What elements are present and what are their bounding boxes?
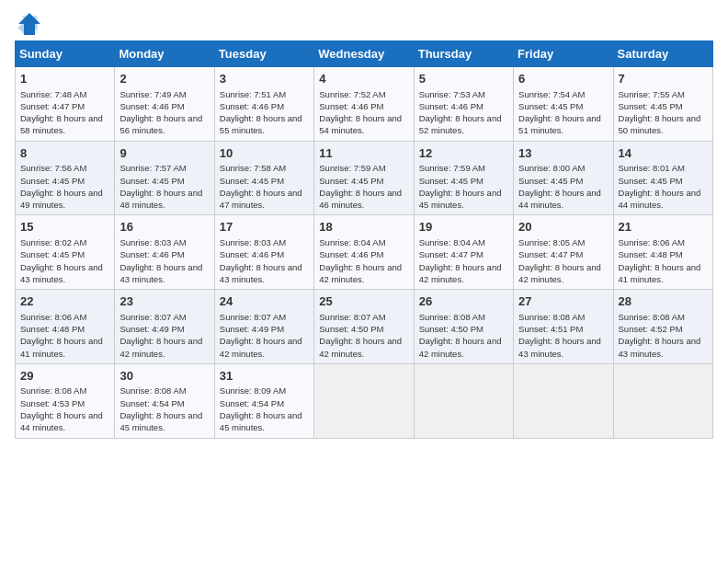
day-detail: Sunrise: 8:06 AMSunset: 4:48 PMDaylight:… (619, 236, 708, 285)
calendar-cell: 19Sunrise: 8:04 AMSunset: 4:47 PMDayligh… (414, 215, 513, 290)
day-number: 11 (319, 145, 408, 162)
calendar-cell: 26Sunrise: 8:08 AMSunset: 4:50 PMDayligh… (414, 290, 513, 364)
weekday-thursday: Thursday (414, 41, 513, 67)
calendar-cell: 2Sunrise: 7:49 AMSunset: 4:46 PMDaylight… (115, 67, 214, 142)
calendar: SundayMondayTuesdayWednesdayThursdayFrid… (15, 40, 713, 439)
weekday-sunday: Sunday (16, 41, 115, 67)
day-number: 24 (220, 293, 309, 310)
day-detail: Sunrise: 7:56 AMSunset: 4:45 PMDaylight:… (20, 162, 109, 211)
calendar-cell: 9Sunrise: 7:57 AMSunset: 4:45 PMDaylight… (115, 141, 214, 215)
day-number: 22 (20, 293, 109, 310)
day-detail: Sunrise: 7:52 AMSunset: 4:46 PMDaylight:… (319, 88, 408, 137)
calendar-cell: 25Sunrise: 8:07 AMSunset: 4:50 PMDayligh… (314, 290, 414, 364)
day-detail: Sunrise: 8:08 AMSunset: 4:50 PMDaylight:… (419, 311, 508, 360)
calendar-header: SundayMondayTuesdayWednesdayThursdayFrid… (16, 41, 713, 67)
day-number: 3 (220, 71, 309, 87)
day-number: 20 (518, 219, 608, 236)
day-detail: Sunrise: 8:06 AMSunset: 4:48 PMDaylight:… (20, 311, 109, 360)
day-number: 17 (220, 219, 309, 236)
day-number: 29 (20, 368, 109, 385)
calendar-week-2: 8Sunrise: 7:56 AMSunset: 4:45 PMDaylight… (16, 141, 713, 215)
calendar-cell: 4Sunrise: 7:52 AMSunset: 4:46 PMDaylight… (314, 67, 414, 142)
day-detail: Sunrise: 8:03 AMSunset: 4:46 PMDaylight:… (220, 236, 309, 285)
calendar-week-3: 15Sunrise: 8:02 AMSunset: 4:45 PMDayligh… (16, 215, 713, 290)
calendar-week-1: 1Sunrise: 7:48 AMSunset: 4:47 PMDaylight… (16, 67, 713, 142)
calendar-cell: 24Sunrise: 8:07 AMSunset: 4:49 PMDayligh… (214, 290, 313, 364)
calendar-cell: 16Sunrise: 8:03 AMSunset: 4:46 PMDayligh… (115, 215, 214, 290)
calendar-cell: 6Sunrise: 7:54 AMSunset: 4:45 PMDaylight… (514, 67, 613, 142)
calendar-week-4: 22Sunrise: 8:06 AMSunset: 4:48 PMDayligh… (16, 290, 713, 364)
day-detail: Sunrise: 8:09 AMSunset: 4:54 PMDaylight:… (220, 385, 309, 433)
day-detail: Sunrise: 7:53 AMSunset: 4:46 PMDaylight:… (419, 88, 508, 137)
day-detail: Sunrise: 8:08 AMSunset: 4:53 PMDaylight:… (20, 385, 109, 433)
day-detail: Sunrise: 8:05 AMSunset: 4:47 PMDaylight:… (518, 236, 608, 285)
calendar-cell: 1Sunrise: 7:48 AMSunset: 4:47 PMDaylight… (16, 67, 115, 142)
header (15, 11, 713, 33)
page: SundayMondayTuesdayWednesdayThursdayFrid… (0, 0, 728, 563)
day-number: 31 (220, 368, 309, 385)
calendar-cell: 7Sunrise: 7:55 AMSunset: 4:45 PMDaylight… (613, 67, 712, 142)
day-number: 28 (619, 293, 708, 310)
calendar-cell: 21Sunrise: 8:06 AMSunset: 4:48 PMDayligh… (613, 215, 712, 290)
day-number: 8 (20, 145, 109, 162)
calendar-cell (314, 363, 414, 438)
day-detail: Sunrise: 7:59 AMSunset: 4:45 PMDaylight:… (419, 162, 508, 211)
day-detail: Sunrise: 8:03 AMSunset: 4:46 PMDaylight:… (119, 236, 209, 285)
day-detail: Sunrise: 8:07 AMSunset: 4:50 PMDaylight:… (319, 311, 408, 360)
day-detail: Sunrise: 7:59 AMSunset: 4:45 PMDaylight:… (319, 162, 408, 211)
calendar-cell: 3Sunrise: 7:51 AMSunset: 4:46 PMDaylight… (214, 67, 313, 142)
day-number: 2 (119, 71, 209, 87)
calendar-cell: 14Sunrise: 8:01 AMSunset: 4:45 PMDayligh… (613, 141, 712, 215)
day-number: 9 (119, 145, 209, 162)
calendar-body: 1Sunrise: 7:48 AMSunset: 4:47 PMDaylight… (16, 67, 713, 439)
calendar-cell (414, 363, 513, 438)
calendar-cell: 17Sunrise: 8:03 AMSunset: 4:46 PMDayligh… (214, 215, 313, 290)
day-number: 21 (619, 219, 708, 236)
day-detail: Sunrise: 7:57 AMSunset: 4:45 PMDaylight:… (119, 162, 209, 211)
calendar-cell: 8Sunrise: 7:56 AMSunset: 4:45 PMDaylight… (16, 141, 115, 215)
calendar-cell (613, 363, 712, 438)
day-number: 25 (319, 293, 408, 310)
day-number: 13 (518, 145, 608, 162)
logo (15, 11, 42, 33)
day-detail: Sunrise: 7:51 AMSunset: 4:46 PMDaylight:… (220, 88, 309, 137)
calendar-cell: 31Sunrise: 8:09 AMSunset: 4:54 PMDayligh… (214, 363, 313, 438)
calendar-week-5: 29Sunrise: 8:08 AMSunset: 4:53 PMDayligh… (16, 363, 713, 438)
calendar-cell: 30Sunrise: 8:08 AMSunset: 4:54 PMDayligh… (115, 363, 214, 438)
day-detail: Sunrise: 7:48 AMSunset: 4:47 PMDaylight:… (20, 88, 109, 137)
calendar-cell (514, 363, 613, 438)
day-detail: Sunrise: 7:55 AMSunset: 4:45 PMDaylight:… (619, 88, 708, 137)
day-detail: Sunrise: 8:07 AMSunset: 4:49 PMDaylight:… (220, 311, 309, 360)
day-number: 7 (619, 71, 708, 87)
day-number: 27 (518, 293, 608, 310)
calendar-cell: 10Sunrise: 7:58 AMSunset: 4:45 PMDayligh… (214, 141, 313, 215)
logo-icon (17, 11, 42, 37)
day-number: 12 (419, 145, 508, 162)
day-detail: Sunrise: 8:04 AMSunset: 4:46 PMDaylight:… (319, 236, 408, 285)
weekday-monday: Monday (115, 41, 214, 67)
calendar-cell: 22Sunrise: 8:06 AMSunset: 4:48 PMDayligh… (16, 290, 115, 364)
day-number: 6 (518, 71, 608, 87)
calendar-cell: 18Sunrise: 8:04 AMSunset: 4:46 PMDayligh… (314, 215, 414, 290)
calendar-cell: 23Sunrise: 8:07 AMSunset: 4:49 PMDayligh… (115, 290, 214, 364)
calendar-cell: 15Sunrise: 8:02 AMSunset: 4:45 PMDayligh… (16, 215, 115, 290)
day-detail: Sunrise: 8:02 AMSunset: 4:45 PMDaylight:… (20, 236, 109, 285)
day-number: 4 (319, 71, 408, 87)
day-number: 26 (419, 293, 508, 310)
day-number: 5 (419, 71, 508, 87)
calendar-cell: 20Sunrise: 8:05 AMSunset: 4:47 PMDayligh… (514, 215, 613, 290)
day-detail: Sunrise: 7:54 AMSunset: 4:45 PMDaylight:… (518, 88, 608, 137)
day-number: 23 (119, 293, 209, 310)
calendar-cell: 12Sunrise: 7:59 AMSunset: 4:45 PMDayligh… (414, 141, 513, 215)
weekday-friday: Friday (514, 41, 613, 67)
weekday-saturday: Saturday (613, 41, 712, 67)
calendar-cell: 28Sunrise: 8:08 AMSunset: 4:52 PMDayligh… (613, 290, 712, 364)
day-number: 10 (220, 145, 309, 162)
day-detail: Sunrise: 8:08 AMSunset: 4:51 PMDaylight:… (518, 311, 608, 360)
day-number: 14 (619, 145, 708, 162)
weekday-row: SundayMondayTuesdayWednesdayThursdayFrid… (16, 41, 713, 67)
day-detail: Sunrise: 7:49 AMSunset: 4:46 PMDaylight:… (119, 88, 209, 137)
day-detail: Sunrise: 8:08 AMSunset: 4:54 PMDaylight:… (119, 385, 209, 433)
day-number: 1 (20, 71, 109, 87)
day-detail: Sunrise: 8:08 AMSunset: 4:52 PMDaylight:… (619, 311, 708, 360)
